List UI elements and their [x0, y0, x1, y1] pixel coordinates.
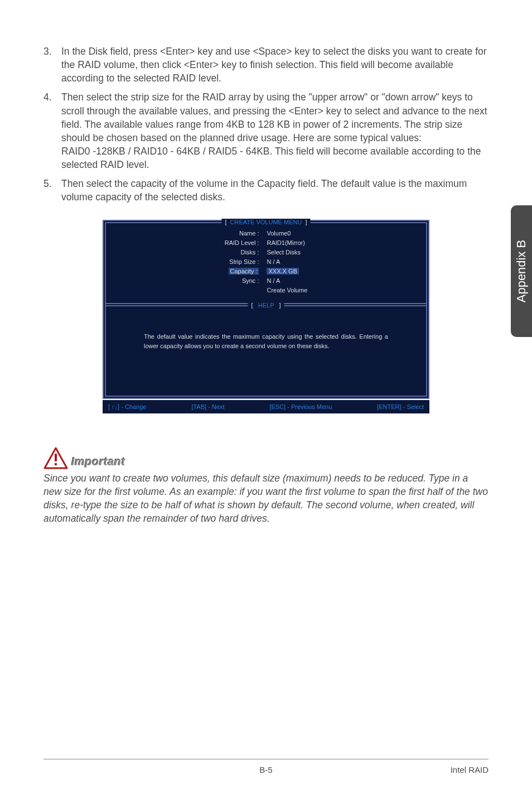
footer-esc: [ESC] - Previous Menu — [269, 403, 332, 410]
footer-change: [ ↑↓] - Change — [108, 403, 146, 410]
name-value: Volume0 — [267, 229, 307, 238]
disks-value: Select Disks — [267, 248, 307, 257]
step-text: Then select the strip size for the RAID … — [61, 90, 489, 171]
warning-icon — [43, 447, 68, 469]
capacity-label[interactable]: Capacity : — [229, 268, 259, 275]
svg-rect-2 — [55, 463, 57, 465]
disks-label: Disks : — [225, 248, 259, 257]
step-text: Then select the capacity of the volume i… — [61, 177, 489, 204]
important-label: Important — [71, 455, 125, 469]
bios-screen: [ CREATE VOLUME MENU ] Name : RAID Level… — [103, 220, 429, 399]
important-text: Since you want to create two volumes, th… — [43, 471, 489, 526]
side-tab: Appendix B — [511, 205, 532, 337]
sync-label: Sync : — [225, 276, 259, 286]
help-text: The default value indicates the maximum … — [128, 321, 404, 351]
footer-right: Intel RAID — [451, 765, 489, 774]
side-tab-label: Appendix B — [514, 240, 529, 303]
step-4: 4. Then select the strip size for the RA… — [43, 90, 489, 171]
help-title: [ HELP ] — [248, 302, 284, 309]
raid-level-value: RAID1(Mirror) — [267, 238, 307, 248]
help-text-content: The default value indicates the maximum … — [144, 332, 388, 351]
field-labels: Name : RAID Level : Disks : Strip Size :… — [225, 229, 267, 295]
svg-rect-1 — [55, 454, 57, 461]
strip-size-value: N / A — [267, 257, 307, 267]
footer-tab: [TAB] - Next — [191, 403, 224, 410]
bios-footer: [ ↑↓] - Change [TAB] - Next [ESC] - Prev… — [103, 400, 429, 413]
important-note: Important Since you want to create two v… — [43, 447, 489, 526]
step-3: 3. In the Disk field, press <Enter> key … — [43, 45, 489, 85]
name-label: Name : — [225, 229, 259, 238]
step-number: 3. — [43, 45, 61, 85]
footer-enter: [ENTER] - Select — [377, 403, 424, 410]
step-number: 5. — [43, 177, 61, 204]
page-footer: B-5 Intel RAID — [43, 759, 489, 774]
create-volume-option: Create Volume — [267, 286, 307, 295]
instruction-list: 3. In the Disk field, press <Enter> key … — [43, 45, 489, 204]
field-values: Volume0 RAID1(Mirror) Select Disks N / A… — [267, 229, 307, 295]
strip-size-label: Strip Size : — [225, 257, 259, 267]
create-volume-title-text: CREATE VOLUME MENU — [230, 219, 302, 225]
footer-page-number: B-5 — [259, 765, 272, 774]
capacity-value[interactable]: XXX.X GB — [267, 268, 298, 275]
raid-level-label: RAID Level : — [225, 238, 259, 248]
help-title-text: HELP — [258, 302, 274, 309]
step-5: 5. Then select the capacity of the volum… — [43, 177, 489, 204]
step-number: 4. — [43, 90, 61, 171]
create-volume-title: [ CREATE VOLUME MENU ] — [221, 219, 310, 225]
sync-value: N / A — [267, 276, 307, 286]
step-text: In the Disk field, press <Enter> key and… — [61, 45, 489, 85]
